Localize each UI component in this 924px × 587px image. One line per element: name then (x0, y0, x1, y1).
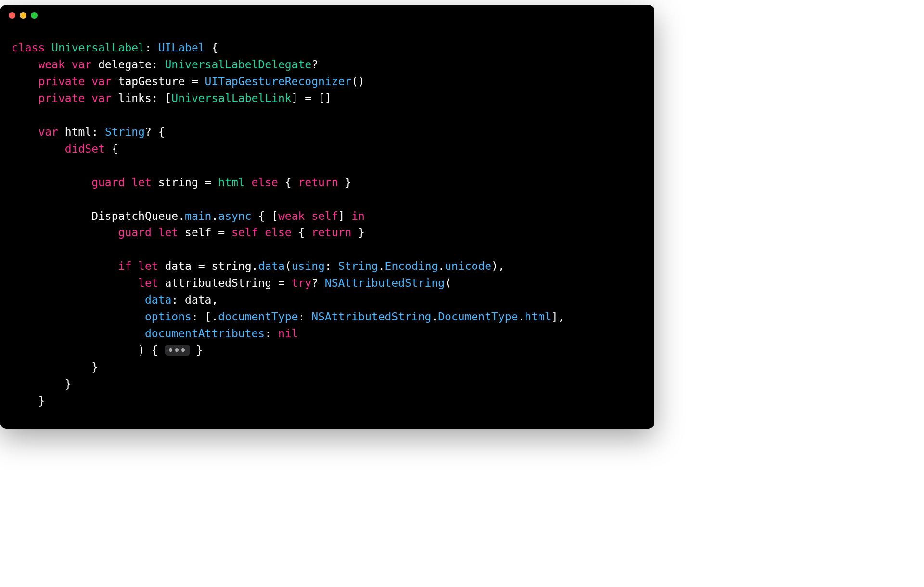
code-token: : (145, 41, 158, 54)
minimize-icon[interactable] (20, 12, 26, 19)
code-token: } (12, 378, 72, 390)
code-token: async (218, 210, 251, 222)
code-token (12, 75, 38, 88)
code-window: class UniversalLabel: UILabel { weak var… (0, 5, 654, 429)
code-token: : (325, 260, 338, 272)
code-token (245, 176, 252, 189)
code-token: UITapGestureRecognizer (205, 75, 352, 88)
titlebar (0, 5, 654, 26)
code-token: ? { (145, 126, 165, 138)
code-line: guard let self = self else { return } (12, 224, 643, 241)
code-token: ? (311, 58, 318, 71)
code-token: { [ (252, 210, 278, 222)
code-token: data (145, 294, 171, 306)
code-line: documentAttributes: nil (12, 325, 643, 342)
code-token: : (91, 126, 105, 138)
code-token (12, 176, 91, 189)
code-token: guard let (118, 226, 185, 239)
code-token: links (118, 92, 152, 104)
code-token: } (190, 344, 203, 357)
code-token: var (38, 126, 64, 138)
code-token (12, 210, 91, 222)
code-token: { (278, 176, 298, 189)
code-token: html (218, 176, 244, 189)
zoom-icon[interactable] (31, 12, 38, 19)
code-line: private var links: [UniversalLabelLink] … (12, 90, 643, 107)
code-token: . (252, 260, 258, 272)
code-token: . (438, 260, 445, 272)
code-token: main (185, 210, 211, 222)
code-token: delegate (98, 58, 152, 71)
code-token: self (231, 226, 258, 239)
code-token: = (271, 277, 292, 289)
code-token: html (525, 310, 551, 323)
code-line (12, 241, 643, 258)
code-token: { (205, 41, 218, 54)
code-token (12, 327, 145, 340)
code-line: private var tapGesture = UITapGestureRec… (12, 73, 643, 90)
code-token: else (265, 226, 291, 239)
code-token: () (351, 75, 365, 88)
code-token: try (292, 277, 312, 289)
code-token: : (265, 327, 278, 340)
code-token: class (12, 41, 51, 54)
code-token: using (292, 260, 325, 272)
code-token: { (105, 142, 118, 155)
code-token: String (105, 126, 145, 138)
code-token: Encoding (385, 260, 438, 272)
code-line (12, 157, 643, 174)
code-fold-icon[interactable]: ••• (165, 345, 190, 356)
code-token: UniversalLabel (51, 41, 145, 54)
code-token: options (145, 310, 192, 323)
code-token: self (185, 226, 211, 239)
code-line (12, 107, 643, 124)
code-token: NSAttributedString (325, 277, 445, 289)
code-token: , (211, 294, 218, 306)
code-token: : (171, 294, 185, 306)
code-token (12, 310, 145, 323)
code-token: . (378, 260, 385, 272)
code-line: didSet { (12, 140, 643, 157)
code-token: ], (552, 310, 565, 323)
code-token: UniversalLabelLink (171, 92, 291, 104)
code-line: DispatchQueue.main.async { [weak self] i… (12, 208, 643, 225)
code-token: html (65, 126, 91, 138)
code-token: private var (38, 92, 118, 104)
code-token: ( (445, 277, 451, 289)
code-token: ) { (12, 344, 165, 357)
code-token: } (338, 176, 352, 189)
code-token: documentAttributes (145, 327, 265, 340)
code-token: let (138, 277, 165, 289)
code-token: : (298, 310, 311, 323)
code-token: : [. (192, 310, 218, 323)
code-token: in (351, 210, 365, 222)
code-token: : [ (152, 92, 172, 104)
code-token: = (211, 226, 231, 239)
code-editor[interactable]: class UniversalLabel: UILabel { weak var… (0, 26, 654, 429)
code-token (12, 277, 138, 289)
code-token: { (292, 226, 312, 239)
code-token: data (165, 260, 192, 272)
code-line: class UniversalLabel: UILabel { (12, 39, 643, 56)
code-token: UniversalLabelDelegate (165, 58, 312, 71)
code-token (12, 126, 38, 138)
close-icon[interactable] (9, 12, 15, 19)
code-line: data: data, (12, 292, 643, 308)
code-token: UILabel (158, 41, 205, 54)
code-token: = (185, 75, 205, 88)
code-token: string (158, 176, 198, 189)
code-token (258, 226, 265, 239)
code-token: didSet (65, 142, 105, 155)
code-token: nil (278, 327, 298, 340)
code-token: ( (285, 260, 292, 272)
code-token: ? (311, 277, 325, 289)
code-line: weak var delegate: UniversalLabelDelegat… (12, 56, 643, 73)
code-token: } (351, 226, 365, 239)
code-token: ), (491, 260, 505, 272)
code-line: guard let string = html else { return } (12, 174, 643, 191)
code-token: NSAttributedString (311, 310, 431, 323)
code-token (12, 58, 38, 71)
code-token: = (192, 260, 212, 272)
code-line: } (12, 376, 643, 393)
code-line: options: [.documentType: NSAttributedStr… (12, 308, 643, 325)
